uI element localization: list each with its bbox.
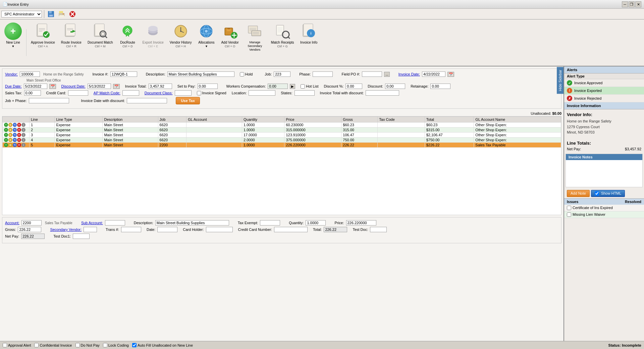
- minimize-button[interactable]: ─: [622, 1, 628, 7]
- table-row[interactable]: + ⊕ ⟲ ✕ i 1ExpenseMain Street66201.00006…: [3, 122, 561, 128]
- states-input[interactable]: [294, 90, 315, 96]
- document-class-label[interactable]: Document Class:: [145, 91, 173, 95]
- user-dropdown[interactable]: SPC Administrator: [1, 11, 42, 17]
- field-po-input[interactable]: [362, 71, 382, 77]
- delete-row-icon[interactable]: ✕: [17, 143, 21, 147]
- discount-date-input[interactable]: [88, 84, 111, 89]
- delete-row-icon[interactable]: ✕: [17, 123, 21, 127]
- invoice-total-input[interactable]: [149, 84, 172, 89]
- do-not-pay-checkbox[interactable]: [75, 343, 80, 347]
- alert-invoice-exported[interactable]: ! Invoice Exported: [564, 87, 644, 95]
- delete-row-icon[interactable]: ✕: [17, 138, 21, 142]
- quantity-input[interactable]: [306, 220, 326, 226]
- description-input[interactable]: [167, 71, 234, 77]
- document-class-input[interactable]: [175, 90, 192, 96]
- discount-pct-input[interactable]: [345, 84, 362, 89]
- add-row-icon[interactable]: +: [4, 133, 8, 137]
- doc-route-button[interactable]: DocRoute Ctrl + D: [117, 21, 138, 50]
- invoice-num-input[interactable]: [110, 71, 137, 77]
- phase-input[interactable]: [313, 71, 333, 77]
- delete-row-icon[interactable]: ✕: [17, 133, 21, 137]
- delete-row-icon[interactable]: ✕: [17, 128, 21, 132]
- table-row[interactable]: + ⊕ ⟲ ✕ i 3ExpenseMain Street662017.0000…: [3, 133, 561, 138]
- show-html-checkbox[interactable]: [595, 191, 599, 196]
- trans-num-input[interactable]: [121, 227, 141, 232]
- sub-account-input[interactable]: [105, 220, 125, 226]
- add-vendor-button[interactable]: Add Vendor Ctrl + O: [219, 21, 240, 50]
- price-input[interactable]: [346, 220, 376, 226]
- copy-row-icon[interactable]: ⊕: [8, 143, 12, 147]
- discount-input[interactable]: [385, 84, 405, 89]
- alert-invoice-approved[interactable]: ✓ Invoice Approved: [564, 79, 644, 87]
- invoice-date-label[interactable]: Invoice Date:: [398, 72, 420, 76]
- move-row-icon[interactable]: ⟲: [13, 143, 17, 147]
- save-button[interactable]: [46, 9, 56, 19]
- move-row-icon[interactable]: ⟲: [13, 133, 17, 137]
- info-row-icon[interactable]: i: [21, 123, 25, 127]
- add-note-button[interactable]: Add Note: [567, 190, 590, 197]
- ap-match-code-input[interactable]: [122, 90, 139, 96]
- job-input[interactable]: [274, 71, 290, 77]
- show-html-button[interactable]: Show HTML: [591, 190, 625, 197]
- credit-card-input[interactable]: [68, 90, 88, 96]
- secondary-vendor-input[interactable]: [84, 227, 97, 232]
- add-row-icon[interactable]: +: [4, 143, 8, 147]
- account-label[interactable]: Account:: [5, 221, 19, 225]
- set-to-pay-input[interactable]: [198, 84, 218, 89]
- sub-account-label[interactable]: Sub Account:: [81, 221, 103, 225]
- approve-invoice-button[interactable]: Approve Invoice Ctrl + A: [29, 21, 57, 50]
- use-tax-button[interactable]: Use Tax: [176, 97, 200, 104]
- description-detail-input[interactable]: [155, 220, 229, 226]
- allocations-button[interactable]: Allocations ▼: [196, 21, 217, 50]
- new-line-button[interactable]: + New Line ▼: [3, 21, 23, 50]
- document-match-button[interactable]: Document Match Ctrl + M: [86, 21, 115, 50]
- confidential-invoice-checkbox[interactable]: [34, 343, 39, 347]
- info-row-icon[interactable]: i: [21, 143, 25, 147]
- hot-list-checkbox[interactable]: [301, 84, 305, 89]
- workers-comp-input[interactable]: [268, 84, 288, 89]
- test-doc-input[interactable]: [370, 227, 387, 232]
- delete-button[interactable]: [68, 9, 77, 19]
- workers-comp-btn[interactable]: ▶: [290, 84, 295, 89]
- route-invoice-button[interactable]: Route Invoice Ctrl + R: [59, 21, 83, 50]
- move-row-icon[interactable]: ⟲: [13, 128, 17, 132]
- tax-exempt-input[interactable]: [260, 220, 280, 226]
- vendor-input[interactable]: [20, 71, 40, 77]
- copy-row-icon[interactable]: ⊕: [8, 138, 12, 142]
- due-date-label[interactable]: Due Date:: [5, 84, 22, 88]
- add-row-icon[interactable]: +: [4, 128, 8, 132]
- manage-secondary-vendors-button[interactable]: ManageSecondaryVendors: [243, 21, 267, 53]
- info-row-icon[interactable]: i: [21, 138, 25, 142]
- approval-alert-checkbox[interactable]: [3, 343, 7, 347]
- add-row-icon[interactable]: +: [4, 138, 8, 142]
- copy-row-icon[interactable]: ⊕: [8, 133, 12, 137]
- info-row-icon[interactable]: i: [21, 133, 25, 137]
- due-date-picker[interactable]: 📅: [49, 84, 56, 89]
- invoice-info-button[interactable]: i Invoice Info: [299, 21, 319, 46]
- copy-row-icon[interactable]: ⊕: [8, 123, 12, 127]
- hold-checkbox[interactable]: [240, 72, 244, 77]
- alert-invoice-rejected[interactable]: ✗ Invoice Rejected: [564, 95, 644, 102]
- add-row-icon[interactable]: +: [4, 123, 8, 127]
- ap-match-code-label[interactable]: AP Match Code:: [94, 91, 120, 95]
- secondary-vendor-label[interactable]: Secondary Vendor:: [50, 228, 82, 232]
- test-doc1-input[interactable]: [73, 234, 90, 239]
- close-button[interactable]: ✕: [635, 1, 641, 7]
- date-input[interactable]: [157, 227, 177, 232]
- location-input[interactable]: [249, 90, 275, 96]
- print-button[interactable]: [57, 9, 66, 19]
- discount-date-picker[interactable]: 📅: [113, 84, 120, 89]
- table-row[interactable]: + ⊕ ⟲ ✕ i 2ExpenseMain Street66201.00003…: [3, 128, 561, 133]
- sales-tax-input[interactable]: [24, 90, 41, 96]
- invoice-date-input[interactable]: [422, 71, 445, 77]
- copy-row-icon[interactable]: ⊕: [8, 128, 12, 132]
- move-row-icon[interactable]: ⟲: [13, 138, 17, 142]
- match-receipts-button[interactable]: Match Receipts Ctrl + G: [269, 21, 296, 50]
- gross-input[interactable]: [18, 227, 41, 232]
- move-row-icon[interactable]: ⟲: [13, 123, 17, 127]
- invoice-signed-checkbox[interactable]: [197, 91, 201, 95]
- auto-fill-checkbox[interactable]: [132, 343, 137, 347]
- invoice-total-with-discount-input[interactable]: [366, 90, 399, 96]
- restore-button[interactable]: ❐: [629, 1, 635, 7]
- discount-date-label[interactable]: Discount Date:: [61, 84, 86, 88]
